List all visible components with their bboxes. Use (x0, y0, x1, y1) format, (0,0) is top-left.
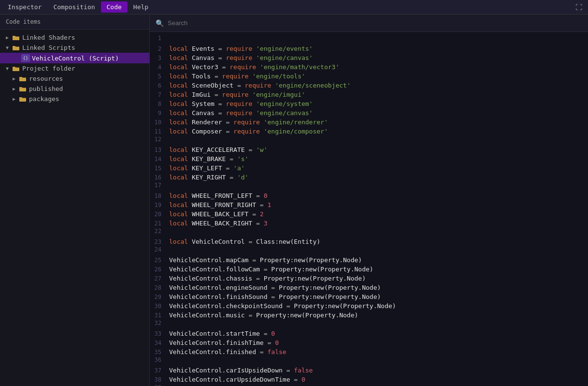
code-line-19: 19 local WHEEL_FRONT_RIGHT = 1 (150, 200, 588, 209)
code-line-14: 14 local KEY_BRAKE = 's' (150, 154, 588, 163)
search-input[interactable] (168, 19, 582, 27)
code-line-21: 21 local WHEEL_BACK_RIGHT = 3 (150, 219, 588, 228)
code-line-5: 5 local Tools = require 'engine/tools' (150, 72, 588, 81)
code-line-33: 33 VehicleControl.startTime = 0 (150, 329, 588, 338)
tree-label-project-folder: Project folder (22, 65, 75, 72)
folder-icon-linked-scripts (12, 45, 20, 51)
code-line-9: 9 local Canvas = require 'engine/canvas' (150, 108, 588, 118)
sidebar: Code items Linked Shaders (0, 15, 150, 386)
code-line-12: 12 (150, 136, 588, 145)
tree-label-resources: resources (29, 75, 63, 82)
code-panel: 🔍 1 2 local Events = require 'engine/eve… (150, 15, 588, 386)
chevron-icon-project-folder (4, 65, 11, 72)
code-line-37: 37 VehicleControl.carIsUpsideDown = fals… (150, 366, 588, 375)
code-line-7: 7 local ImGui = require 'engine/imgui' (150, 90, 588, 99)
code-line-31: 31 VehicleControl.music = Property:new(P… (150, 311, 588, 320)
chevron-icon-resources (11, 75, 17, 82)
tree-item-resources[interactable]: resources (0, 74, 149, 84)
code-line-18: 18 local WHEEL_FRONT_LEFT = 0 (150, 191, 588, 200)
folder-icon-packages (18, 96, 27, 103)
tree-item-vehicle-control[interactable]: VehicleControl (Script) (0, 53, 149, 63)
code-line-27: 27 VehicleControl.chassis = Property:new… (150, 274, 588, 283)
code-line-16: 16 local KEY_RIGHT = 'd' (150, 173, 588, 182)
code-line-24: 24 (150, 246, 588, 255)
folder-icon-project-folder (12, 65, 20, 72)
code-line-26: 26 VehicleControl.followCam = Property:n… (150, 265, 588, 274)
code-editor[interactable]: 1 2 local Events = require 'engine/event… (150, 32, 588, 386)
code-line-8: 8 local System = require 'engine/system' (150, 99, 588, 108)
chevron-icon-packages (11, 96, 17, 103)
tree-item-linked-shaders[interactable]: Linked Shaders (0, 32, 149, 43)
tree-item-published[interactable]: published (0, 84, 149, 94)
code-line-25: 25 VehicleControl.mapCam = Property:new(… (150, 255, 588, 265)
code-line-13: 13 local KEY_ACCELERATE = 'w' (150, 145, 588, 154)
code-line-32: 32 (150, 320, 588, 329)
code-line-35: 35 VehicleControl.finished = false (150, 347, 588, 356)
code-line-11: 11 local Composer = require 'engine/comp… (150, 127, 588, 136)
code-line-17: 17 (150, 182, 588, 191)
main-layout: Code items Linked Shaders (0, 15, 588, 386)
tree-label-vehicle-control: VehicleControl (Script) (32, 55, 119, 62)
code-line-10: 10 local Renderer = require 'engine/rend… (150, 118, 588, 127)
menubar-left: Inspector Composition Code Help (2, 1, 154, 13)
menu-help[interactable]: Help (128, 1, 154, 13)
tree-item-linked-scripts[interactable]: Linked Scripts (0, 43, 149, 53)
script-icon-vehicle-control (21, 54, 30, 62)
menu-composition[interactable]: Composition (47, 1, 100, 13)
chevron-icon-linked-shaders (4, 34, 11, 41)
file-tree: Linked Shaders Linked Scripts VehicleCon… (0, 30, 149, 386)
code-line-3: 3 local Canvas = require 'engine/canvas' (150, 53, 588, 62)
code-line-28: 28 VehicleControl.engineSound = Property… (150, 283, 588, 292)
code-line-38: 38 VehicleControl.carUpsideDownTime = 0 (150, 375, 588, 384)
chevron-icon-published (11, 86, 17, 92)
tree-item-packages[interactable]: packages (0, 94, 149, 104)
code-line-29: 29 VehicleControl.finishSound = Property… (150, 292, 588, 301)
code-line-1: 1 (150, 35, 588, 44)
code-line-39: 39 (150, 384, 588, 386)
code-line-20: 20 local WHEEL_BACK_LEFT = 2 (150, 209, 588, 219)
tree-label-linked-shaders: Linked Shaders (22, 34, 75, 41)
code-line-2: 2 local Events = require 'engine/events' (150, 44, 588, 53)
fullscreen-button[interactable]: ⛶ (572, 1, 586, 13)
code-line-15: 15 local KEY_LEFT = 'a' (150, 163, 588, 173)
menu-code[interactable]: Code (101, 1, 128, 13)
search-icon: 🔍 (156, 19, 164, 27)
tree-label-published: published (29, 85, 63, 92)
code-line-23: 23 local VehicleControl = Class:new(Enti… (150, 237, 588, 246)
tree-item-project-folder[interactable]: Project folder (0, 63, 149, 74)
code-line-30: 30 VehicleControl.checkpointSound = Prop… (150, 301, 588, 311)
sidebar-header: Code items (0, 15, 149, 30)
folder-icon-published (18, 86, 27, 92)
folder-icon-linked-shaders (12, 34, 20, 41)
tree-label-packages: packages (29, 95, 59, 103)
code-line-34: 34 VehicleControl.finishTime = 0 (150, 338, 588, 347)
folder-icon-resources (18, 75, 27, 82)
tree-label-linked-scripts: Linked Scripts (22, 44, 75, 51)
code-line-6: 6 local SceneObject = require 'engine/sc… (150, 81, 588, 90)
search-bar: 🔍 (150, 15, 588, 32)
code-line-22: 22 (150, 228, 588, 237)
code-line-4: 4 local Vector3 = require 'engine/math/v… (150, 62, 588, 72)
menubar: Inspector Composition Code Help ⛶ (0, 0, 588, 15)
menu-inspector[interactable]: Inspector (2, 1, 47, 13)
chevron-icon-linked-scripts (4, 45, 11, 51)
code-line-36: 36 (150, 356, 588, 366)
